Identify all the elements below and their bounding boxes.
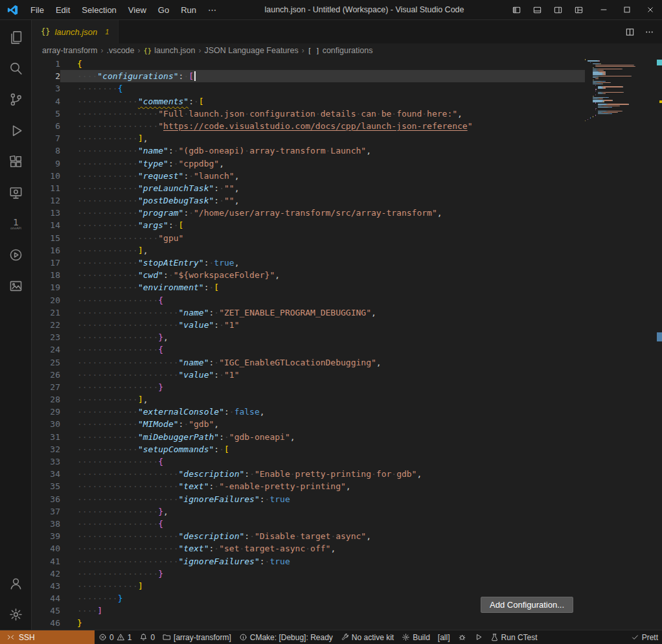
code-line-22[interactable]: 22····················"value":·"1" bbox=[32, 319, 585, 331]
code-line-36[interactable]: 36····················"ignoreFailures":·… bbox=[32, 493, 585, 505]
line-number[interactable]: 39 bbox=[32, 530, 60, 542]
split-editor-icon[interactable] bbox=[624, 27, 635, 37]
toggle-primary-sidebar-icon[interactable] bbox=[507, 1, 526, 18]
activity-search-icon[interactable] bbox=[0, 52, 31, 84]
code-line-32[interactable]: 32············"setupCommands":·[ bbox=[32, 443, 585, 455]
close-icon[interactable] bbox=[639, 0, 662, 19]
line-number[interactable]: 8 bbox=[32, 144, 60, 157]
code-line-40[interactable]: 40····················"text":·"set·targe… bbox=[32, 542, 585, 555]
line-number[interactable]: 4 bbox=[32, 95, 60, 108]
line-number[interactable]: 17 bbox=[32, 257, 60, 269]
code-line-41[interactable]: 41····················"ignoreFailures":·… bbox=[32, 555, 585, 568]
status-cmake-status[interactable]: CMake: [Debug]: Ready bbox=[235, 630, 337, 644]
line-number[interactable]: 20 bbox=[32, 294, 60, 306]
code-line-37[interactable]: 37················}, bbox=[32, 505, 585, 518]
code-line-14[interactable]: 14············"args":·[ bbox=[32, 219, 585, 231]
code-line-46[interactable]: 46} bbox=[32, 617, 585, 629]
code-line-12[interactable]: 12············"postDebugTask":·"", bbox=[32, 194, 585, 207]
line-number[interactable]: 24 bbox=[32, 343, 60, 356]
code-line-27[interactable]: 27················} bbox=[32, 381, 585, 393]
line-number[interactable]: 10 bbox=[32, 170, 60, 182]
line-number[interactable]: 45 bbox=[32, 604, 60, 617]
code-line-15[interactable]: 15················"gpu" bbox=[32, 232, 585, 244]
status-ctest[interactable]: Run CTest bbox=[486, 630, 542, 644]
code-line-33[interactable]: 33················{ bbox=[32, 455, 585, 468]
overview-ruler[interactable] bbox=[657, 58, 662, 630]
menu-file[interactable]: File bbox=[25, 3, 50, 17]
code-line-29[interactable]: 29············"externalConsole":·false, bbox=[32, 406, 585, 418]
line-number[interactable]: 43 bbox=[32, 580, 60, 592]
code-line-23[interactable]: 23················}, bbox=[32, 331, 585, 343]
line-number[interactable]: 35 bbox=[32, 480, 60, 492]
code-line-30[interactable]: 30············"MIMode":·"gdb", bbox=[32, 418, 585, 430]
status-cmake-project[interactable]: [array-transform] bbox=[159, 630, 235, 644]
minimize-icon[interactable] bbox=[592, 0, 615, 19]
code-line-10[interactable]: 10············"request":·"launch", bbox=[32, 170, 585, 182]
line-number[interactable]: 16 bbox=[32, 244, 60, 257]
code-area[interactable]: 1{2····"configurations":·[3········{4···… bbox=[32, 58, 585, 630]
code-line-21[interactable]: 21····················"name":·"ZET_ENABL… bbox=[32, 306, 585, 319]
customize-layout-icon[interactable] bbox=[569, 1, 588, 18]
code-line-43[interactable]: 43············] bbox=[32, 580, 585, 592]
menu-go[interactable]: Go bbox=[152, 3, 175, 17]
code-line-20[interactable]: 20················{ bbox=[32, 294, 585, 306]
line-number[interactable]: 22 bbox=[32, 319, 60, 331]
menu-selection[interactable]: Selection bbox=[76, 3, 122, 17]
line-number[interactable]: 32 bbox=[32, 443, 60, 455]
line-number[interactable]: 18 bbox=[32, 269, 60, 281]
code-line-31[interactable]: 31············"miDebuggerPath":·"gdb-one… bbox=[32, 431, 585, 443]
activity-image-preview-icon[interactable] bbox=[0, 270, 31, 301]
breadcrumb-item--vscode[interactable]: .vscode bbox=[106, 46, 134, 55]
code-line-17[interactable]: 17············"stopAtEntry":·true, bbox=[32, 257, 585, 269]
activity-explorer-icon[interactable] bbox=[0, 21, 31, 52]
breadcrumb-item-array-transform[interactable]: array-transform bbox=[42, 46, 97, 55]
line-number[interactable]: 25 bbox=[32, 356, 60, 369]
code-line-6[interactable]: 6················"https://code.visualstu… bbox=[32, 120, 585, 132]
maximize-icon[interactable] bbox=[615, 0, 639, 19]
breadcrumb-item-json-language-features[interactable]: JSON Language Features bbox=[204, 46, 298, 55]
line-number[interactable]: 19 bbox=[32, 281, 60, 293]
code-line-25[interactable]: 25····················"name":·"IGC_Enabl… bbox=[32, 356, 585, 369]
status-problems[interactable]: 01 bbox=[95, 630, 135, 644]
line-number[interactable]: 34 bbox=[32, 468, 60, 480]
line-number[interactable]: 9 bbox=[32, 157, 60, 170]
menu-more[interactable]: ⋯ bbox=[202, 3, 222, 17]
activity-remote-explorer-icon[interactable] bbox=[0, 177, 31, 208]
code-line-16[interactable]: 16············], bbox=[32, 244, 585, 257]
code-line-19[interactable]: 19············"environment":·[ bbox=[32, 281, 585, 293]
status-cmake-kit[interactable]: No active kit bbox=[337, 630, 398, 644]
status-prettier[interactable]: Prett bbox=[627, 630, 662, 644]
breadcrumb-item-launch-json[interactable]: {}launch.json bbox=[144, 46, 196, 55]
line-number[interactable]: 14 bbox=[32, 219, 60, 231]
line-number[interactable]: 42 bbox=[32, 568, 60, 580]
menu-run[interactable]: Run bbox=[175, 3, 202, 17]
menu-view[interactable]: View bbox=[122, 3, 152, 17]
line-number[interactable]: 33 bbox=[32, 455, 60, 468]
code-line-28[interactable]: 28············], bbox=[32, 393, 585, 406]
line-number[interactable]: 40 bbox=[32, 542, 60, 555]
line-number[interactable]: 29 bbox=[32, 406, 60, 418]
remote-indicator[interactable]: SSH bbox=[0, 630, 95, 644]
code-line-9[interactable]: 9············"type":·"cppdbg", bbox=[32, 157, 585, 170]
line-number[interactable]: 36 bbox=[32, 493, 60, 505]
code-line-3[interactable]: 3········{ bbox=[32, 82, 585, 95]
status-cmake-launch[interactable] bbox=[470, 630, 486, 644]
line-number[interactable]: 30 bbox=[32, 418, 60, 430]
status-cmake-debug[interactable] bbox=[454, 630, 470, 644]
code-line-26[interactable]: 26····················"value":·"1" bbox=[32, 369, 585, 381]
line-number[interactable]: 37 bbox=[32, 505, 60, 518]
line-number[interactable]: 12 bbox=[32, 194, 60, 207]
line-number[interactable]: 3 bbox=[32, 82, 60, 95]
line-number[interactable]: 26 bbox=[32, 369, 60, 381]
code-line-42[interactable]: 42················} bbox=[32, 568, 585, 580]
activity-source-control-icon[interactable] bbox=[0, 84, 31, 115]
activity-accounts-icon[interactable] bbox=[0, 568, 31, 599]
code-line-4[interactable]: 4············"comments":·[ bbox=[32, 95, 585, 108]
code-line-39[interactable]: 39····················"description":·"Di… bbox=[32, 530, 585, 542]
menu-edit[interactable]: Edit bbox=[50, 3, 76, 17]
code-line-8[interactable]: 8············"name":·"(gdb-oneapi)·array… bbox=[32, 144, 585, 157]
code-line-24[interactable]: 24················{ bbox=[32, 343, 585, 356]
minimap[interactable] bbox=[585, 59, 657, 121]
toggle-panel-icon[interactable] bbox=[527, 1, 547, 18]
code-line-2[interactable]: 2····"configurations":·[ bbox=[32, 70, 585, 82]
